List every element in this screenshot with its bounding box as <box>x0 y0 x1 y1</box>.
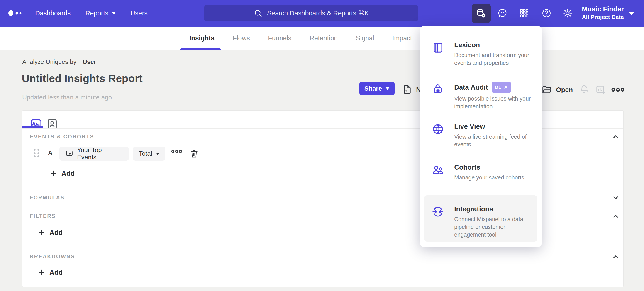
trash-icon <box>189 148 199 159</box>
tab-funnels[interactable]: Funnels <box>268 34 292 42</box>
nav-users[interactable]: Users <box>130 9 148 17</box>
share-chevron-down-icon <box>386 87 390 90</box>
events-collapse-button[interactable] <box>611 132 620 141</box>
report-tabs: Insights Flows Funnels Retention Signal … <box>189 26 412 50</box>
help-button[interactable] <box>541 8 552 18</box>
menu-item-desc: Document and transform your events and p… <box>454 51 532 67</box>
tab-signal[interactable]: Signal <box>356 34 374 42</box>
feedback-button[interactable] <box>497 8 508 18</box>
database-gear-icon <box>476 8 487 19</box>
settings-button[interactable] <box>562 8 573 18</box>
menu-item-text: Integrations Connect Mixpanel to a data … <box>454 204 532 239</box>
mixpanel-logo-icon <box>7 8 26 18</box>
share-label: Share <box>364 85 382 92</box>
drag-handle[interactable] <box>34 149 39 158</box>
mixpanel-app: Dashboards Reports Users Search Dashboar… <box>0 0 644 291</box>
tab-flows[interactable]: Flows <box>233 34 250 42</box>
feedback-bubble-icon <box>497 8 508 18</box>
event-row-more-button[interactable] <box>171 149 182 159</box>
breakdowns-collapse-button[interactable] <box>611 253 620 261</box>
report-more-button[interactable] <box>611 87 622 97</box>
project-name: Music Finder <box>580 5 624 13</box>
nav-reports-label: Reports <box>85 9 108 17</box>
formulas-expand-button[interactable] <box>611 194 620 202</box>
beta-badge: BETA <box>492 82 511 93</box>
primary-nav: Dashboards Reports Users <box>35 0 148 26</box>
event-row-delete-button[interactable] <box>189 148 199 159</box>
open-report-button[interactable]: Open <box>542 84 573 95</box>
active-view-indicator <box>22 126 43 128</box>
aggregation-label: Total <box>139 150 152 157</box>
nav-dashboards[interactable]: Dashboards <box>35 9 70 17</box>
help-icon <box>541 8 552 18</box>
nav-dashboards-label: Dashboards <box>35 9 70 17</box>
new-report-icon <box>402 84 412 95</box>
tab-profiles-view[interactable] <box>45 117 60 131</box>
integrations-sync-icon <box>432 205 444 218</box>
breakdowns-section-label: BREAKDOWNS <box>30 254 75 260</box>
menu-item-integrations[interactable]: Integrations Connect Mixpanel to a data … <box>432 204 534 239</box>
aggregation-dropdown[interactable]: Total <box>133 147 165 161</box>
lexicon-book-icon <box>432 41 444 54</box>
menu-item-integrations-highlight[interactable]: Integrations Connect Mixpanel to a data … <box>424 195 537 242</box>
tab-retention[interactable]: Retention <box>310 34 338 42</box>
live-view-globe-icon <box>432 123 444 136</box>
add-event-button[interactable]: Add <box>50 170 74 177</box>
alert-subscribe-button[interactable] <box>579 84 589 95</box>
project-selector[interactable]: Music Finder All Project Data <box>580 5 624 21</box>
tab-insights[interactable]: Insights <box>189 34 214 42</box>
menu-item-data-audit[interactable]: Data Audit BETA View possible issues wit… <box>432 82 536 110</box>
bell-plus-icon <box>579 84 590 95</box>
analyze-value[interactable]: User <box>82 58 96 65</box>
menu-item-title: Live View <box>454 122 532 131</box>
menu-item-title: Cohorts <box>454 163 524 172</box>
formulas-section-label: FORMULAS <box>30 195 65 201</box>
menu-item-live-view[interactable]: Live View View a live streaming feed of … <box>432 122 536 148</box>
menu-item-cohorts[interactable]: Cohorts Manage your saved cohorts <box>432 163 536 181</box>
apps-grid-button[interactable] <box>519 8 530 18</box>
nav-reports[interactable]: Reports <box>85 9 116 17</box>
filters-collapse-button[interactable] <box>611 212 620 221</box>
menu-item-lexicon[interactable]: Lexicon Document and transform your even… <box>432 40 536 67</box>
filters-section-label: FILTERS <box>30 213 56 219</box>
open-folder-icon <box>542 84 552 95</box>
menu-item-desc: Manage your saved cohorts <box>454 174 524 181</box>
chevron-up-icon <box>611 253 620 261</box>
menu-item-text: Data Audit BETA View possible issues wit… <box>454 82 532 110</box>
data-management-button[interactable] <box>472 4 491 23</box>
menu-item-text: Live View View a live streaming feed of … <box>454 122 532 148</box>
add-breakdown-button[interactable]: Add <box>38 269 62 276</box>
project-scope: All Project Data <box>580 13 624 21</box>
analyze-line: Analyze Uniques by User <box>22 58 96 65</box>
page-title[interactable]: Untitled Insights Report <box>22 72 143 84</box>
menu-item-desc: Connect Mixpanel to a data pipeline or c… <box>454 215 532 239</box>
data-audit-lock-icon <box>432 82 444 95</box>
search-input[interactable]: Search Dashboards & Reports ⌘K <box>204 5 418 21</box>
report-tabbar: Insights Flows Funnels Retention Signal … <box>0 26 644 50</box>
chevron-down-icon <box>611 194 620 202</box>
event-picker-label: Your Top Events <box>77 146 123 161</box>
tab-metrics-view[interactable] <box>29 117 43 131</box>
share-button[interactable]: Share <box>360 82 394 95</box>
search-placeholder: Search Dashboards & Reports ⌘K <box>267 9 369 17</box>
menu-item-title: Integrations <box>454 204 532 214</box>
updated-timestamp: Updated less than a minute ago <box>22 94 112 101</box>
menu-item-desc: View a live streaming feed of events <box>454 133 532 148</box>
event-series-letter: A <box>48 149 53 157</box>
add-filter-button[interactable]: Add <box>38 229 62 236</box>
mixpanel-logo[interactable] <box>7 8 26 18</box>
event-picker-button[interactable]: Your Top Events <box>60 147 129 161</box>
menu-item-title-text: Data Audit <box>454 83 488 92</box>
add-to-board-button[interactable] <box>595 84 606 95</box>
tab-impact[interactable]: Impact <box>392 34 412 42</box>
plus-icon <box>50 170 57 177</box>
event-pointer-icon <box>65 150 74 158</box>
add-filter-label: Add <box>50 229 62 236</box>
gear-icon <box>562 8 573 18</box>
nav-users-label: Users <box>130 9 148 17</box>
project-chevron-down-icon[interactable] <box>628 12 634 15</box>
plus-icon <box>38 269 45 276</box>
plus-icon <box>38 229 45 236</box>
chevron-up-icon <box>611 132 620 141</box>
chart-plus-icon <box>595 84 606 95</box>
